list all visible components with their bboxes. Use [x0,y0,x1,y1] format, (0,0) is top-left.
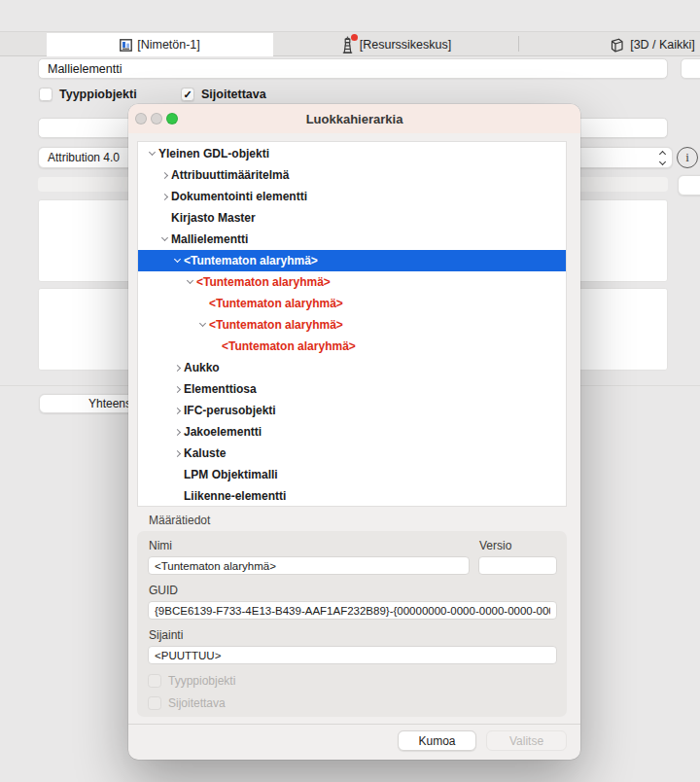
tree-item-label: <Tuntematon alaryhmä> [222,339,356,353]
tree-item-label: Elementtiosa [184,382,257,396]
placeable-checkbox[interactable]: ✓ [181,88,194,101]
footer-divider [128,724,580,725]
version-label: Versio [479,539,511,552]
chevron-right-icon[interactable] [170,404,184,417]
notification-badge [351,34,358,41]
check-icon: ✓ [183,89,192,100]
tree-item[interactable]: <Tuntematon alaryhmä> [138,271,566,293]
tab-divider [518,36,519,52]
library-part-icon [120,39,132,52]
tree-item[interactable]: Kirjasto Master [138,207,566,229]
tree-item-label: Yleinen GDL-objekti [158,147,269,160]
tree-item[interactable]: Attribuuttimääritelmä [138,164,566,186]
info-icon[interactable]: i [677,147,698,168]
guid-input[interactable] [148,601,557,620]
chevron-placeholder [170,468,184,481]
details-section-title: Määrätiedot [149,514,210,527]
tree-item[interactable]: Mallielementti [138,229,566,250]
dialog-type-label: Tyyppiobjekti [168,674,235,688]
tree-item-label: Kirjasto Master [171,211,256,225]
tree-item[interactable]: <Tuntematon alaryhmä> [138,336,566,357]
placeable-checkbox-row: ✓ Sijoitettava [181,88,266,101]
view-tab-bar: [Nimetön-1] [Resurssikeskus] [3D / [0,31,700,56]
details-panel: Nimi Versio GUID Sijainti Tyyppiobjekti … [137,531,567,717]
tree-item[interactable]: Dokumentointi elementti [138,186,566,207]
tree-item[interactable]: <Tuntematon alaryhmä> [138,293,566,314]
tree-item[interactable]: Aukko [138,357,566,378]
location-input[interactable] [148,646,557,664]
cancel-button[interactable]: Kumoa [398,730,476,751]
tab-3d-kaikki[interactable]: [3D / Kaikki] [518,33,700,56]
chevron-right-icon[interactable] [158,190,171,203]
type-object-label: Tyyppiobjekti [59,88,137,101]
tree-item-label: LPM Objektimalli [184,468,278,481]
tree-item[interactable]: Kaluste [138,443,566,464]
dialog-placeable-label: Sijoitettava [168,696,226,710]
stepper-icon [660,152,665,164]
location-label: Sijainti [149,628,183,642]
dialog-title: Luokkahierarkia [306,112,403,126]
dialog-titlebar[interactable]: Luokkahierarkia [128,104,580,133]
chevron-placeholder [158,211,171,225]
chevron-down-icon[interactable] [158,232,171,246]
tree-item-label: <Tuntematon alaryhmä> [184,254,318,267]
tab-resurssikeskus[interactable]: [Resurssikeskus] [273,33,518,56]
chevron-right-icon[interactable] [170,361,184,374]
element-name-input[interactable] [38,58,668,79]
chevron-right-icon[interactable] [170,425,184,439]
select-button[interactable]: Valitse [486,730,567,751]
dialog-type-checkbox [148,674,161,688]
name-label: Nimi [149,539,172,552]
partial-field-right[interactable] [681,58,700,79]
lighthouse-icon [340,36,355,54]
tree-item-label: Mallielementti [171,232,248,246]
type-object-checkbox-row: Tyyppiobjekti [39,88,137,101]
chevron-down-icon[interactable] [170,254,184,267]
dialog-placeable-checkbox-row: Sijoitettava [148,696,226,710]
tree-item-label: Liikenne-elementti [184,489,286,503]
tree-item-label: Jakoelementti [184,425,262,439]
name-input[interactable] [148,556,470,575]
chevron-right-icon[interactable] [170,446,184,460]
chevron-right-icon[interactable] [158,168,171,182]
luokkahierarkia-dialog: Luokkahierarkia Yleinen GDL-objektiAttri… [128,104,580,760]
tree-item-label: Aukko [184,361,220,374]
guid-label: GUID [149,584,178,597]
tree-item[interactable]: Yleinen GDL-objekti [138,143,566,164]
close-icon[interactable] [135,113,147,124]
minimize-icon[interactable] [151,113,162,124]
zoom-icon[interactable] [166,113,178,124]
chevron-placeholder [208,339,222,353]
dialog-type-checkbox-row: Tyyppiobjekti [148,674,235,688]
tree-item-label: Attribuuttimääritelmä [171,168,289,182]
tree-item[interactable]: <Tuntematon alaryhmä> [138,314,566,336]
type-object-checkbox[interactable] [39,88,52,101]
class-tree: Yleinen GDL-objektiAttribuuttimääritelmä… [137,141,567,507]
tab-label: [Resurssikeskus] [360,38,451,52]
placeable-label: Sijoitettava [201,88,266,101]
chevron-down-icon[interactable] [195,318,209,332]
tree-item[interactable]: Elementtiosa [138,378,566,400]
tree-item-label: Kaluste [184,446,226,460]
chevron-placeholder [195,297,209,310]
chevron-down-icon[interactable] [183,275,196,289]
tree-item[interactable]: Liikenne-elementti [138,485,566,507]
chevron-right-icon[interactable] [170,382,184,396]
tab-label: [Nimetön-1] [137,38,200,52]
tree-item[interactable]: LPM Objektimalli [138,464,566,485]
version-input[interactable] [478,556,557,575]
chevron-down-icon[interactable] [145,147,158,160]
partial-button-right[interactable] [678,175,700,196]
tree-item[interactable]: <Tuntematon alaryhmä> [138,250,566,271]
tree-item-label: <Tuntematon alaryhmä> [209,297,343,310]
tree-item[interactable]: Jakoelementti [138,421,566,443]
tree-item-label: IFC-perusobjekti [184,404,276,417]
tree-item-label: <Tuntematon alaryhmä> [209,318,343,332]
license-select-value: Attribution 4.0 [48,151,120,164]
tree-item-label: <Tuntematon alaryhmä> [196,275,331,289]
tab-nimeton-1[interactable]: [Nimetön-1] [47,33,273,56]
tree-item-label: Dokumentointi elementti [171,190,307,203]
tree-item[interactable]: IFC-perusobjekti [138,400,566,421]
dialog-placeable-checkbox [148,696,161,710]
chevron-placeholder [170,489,184,503]
